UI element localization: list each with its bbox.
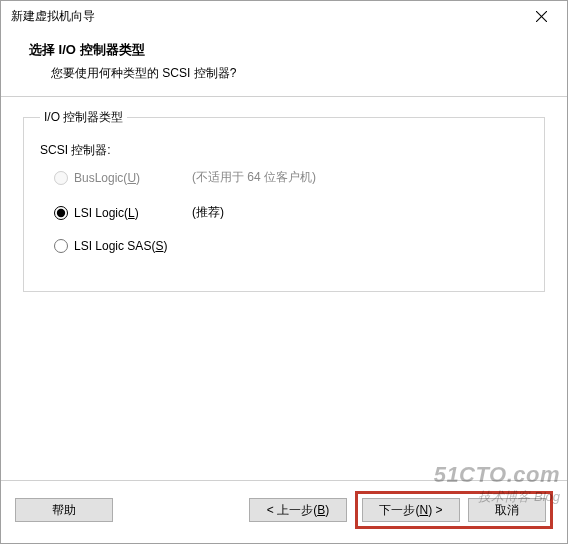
page-title: 选择 I/O 控制器类型 xyxy=(29,41,547,59)
radio-label: LSI Logic SAS(S) xyxy=(74,239,167,253)
radio-label: BusLogic(U) xyxy=(74,171,140,185)
radio-label: LSI Logic(L) xyxy=(74,206,139,220)
next-button[interactable]: 下一步(N) > xyxy=(362,498,460,522)
help-button[interactable]: 帮助 xyxy=(15,498,113,522)
window-title: 新建虚拟机向导 xyxy=(11,8,95,25)
radio-hint: (推荐) xyxy=(192,204,224,221)
radio-option-buslogic: BusLogic(U) (不适用于 64 位客户机) xyxy=(54,169,528,186)
scsi-label: SCSI 控制器: xyxy=(40,142,528,159)
radio-lsi-logic[interactable] xyxy=(54,206,68,220)
footer: 帮助 < 上一步(B) 下一步(N) > 取消 xyxy=(1,481,567,543)
close-icon xyxy=(536,11,547,22)
page-subtitle: 您要使用何种类型的 SCSI 控制器? xyxy=(29,65,547,82)
cancel-button[interactable]: 取消 xyxy=(468,498,546,522)
back-button[interactable]: < 上一步(B) xyxy=(249,498,347,522)
group-legend: I/O 控制器类型 xyxy=(40,109,127,126)
radio-option-lsi-logic[interactable]: LSI Logic(L) (推荐) xyxy=(54,204,528,221)
radio-hint: (不适用于 64 位客户机) xyxy=(192,169,316,186)
radio-lsi-logic-sas[interactable] xyxy=(54,239,68,253)
content-area: I/O 控制器类型 SCSI 控制器: BusLogic(U) (不适用于 64… xyxy=(1,97,567,480)
io-controller-group: I/O 控制器类型 SCSI 控制器: BusLogic(U) (不适用于 64… xyxy=(23,109,545,292)
radio-buslogic xyxy=(54,171,68,185)
titlebar: 新建虚拟机向导 xyxy=(1,1,567,31)
close-button[interactable] xyxy=(521,2,561,30)
wizard-header: 选择 I/O 控制器类型 您要使用何种类型的 SCSI 控制器? xyxy=(1,31,567,96)
next-highlight: 下一步(N) > 取消 xyxy=(355,491,553,529)
wizard-window: 新建虚拟机向导 选择 I/O 控制器类型 您要使用何种类型的 SCSI 控制器?… xyxy=(0,0,568,544)
radio-option-lsi-logic-sas[interactable]: LSI Logic SAS(S) xyxy=(54,239,528,253)
